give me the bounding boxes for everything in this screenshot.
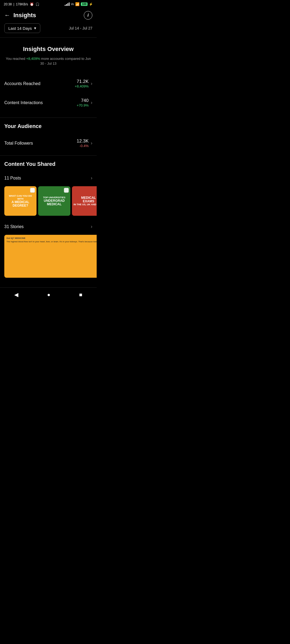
subtitle-suffix: more accounts compared to Jun 30 - Jul 1…: [40, 57, 91, 65]
info-icon: i: [88, 13, 89, 18]
back-nav-button[interactable]: ◀: [14, 291, 18, 298]
content-interactions-chevron: ›: [91, 100, 92, 105]
info-button[interactable]: i: [84, 11, 92, 20]
content-interactions-row[interactable]: Content Interactions 740 +70.9% ›: [0, 93, 97, 112]
date-filter-dropdown[interactable]: Last 14 Days ▾: [4, 23, 40, 33]
content-interactions-value: 740: [77, 98, 89, 103]
story-1-header: Got IQ? MEDICINE: [6, 237, 97, 239]
post-card-1[interactable]: WHAT CAN YOU DOWITHA MEDICALDEGREE?: [4, 186, 37, 216]
posts-chevron-icon: ›: [91, 175, 92, 181]
chevron-down-icon: ▾: [34, 26, 36, 31]
post-card-2[interactable]: TOP UNIVERSITIESUNDERGRADMEDICAL: [38, 186, 70, 216]
accounts-reached-section: Accounts Reached 71.2K +8,409% › Content…: [0, 71, 97, 118]
page-title: Insights: [13, 12, 36, 19]
select-checkbox-2[interactable]: [64, 188, 69, 193]
content-shared-section: Content You Shared 11 Posts › WHAT CAN Y…: [0, 156, 97, 285]
total-followers-row[interactable]: Total Followers 12.3K -0.4% ›: [0, 134, 97, 153]
accounts-reached-right: 71.2K +8,409% ›: [75, 79, 92, 88]
posts-row[interactable]: 11 Posts ›: [0, 171, 97, 185]
alarm-icon: ⏰: [30, 2, 34, 6]
overview-title: Insights Overview: [4, 46, 92, 53]
home-nav-button[interactable]: ●: [47, 292, 50, 298]
content-shared-heading: Content You Shared: [0, 161, 97, 171]
back-button[interactable]: ←: [4, 12, 10, 19]
subtitle-prefix: You reached: [6, 57, 26, 61]
post-card-3[interactable]: MEDICALEXAMSIN THE US, UK AND INDIA: [72, 186, 97, 216]
bottom-nav: ◀ ● ■: [0, 287, 97, 300]
header: ← Insights i: [0, 8, 97, 23]
date-range-label: Jul 14 - Jul 27: [69, 26, 92, 30]
wifi-icon: 📶: [75, 2, 79, 6]
recents-nav-button[interactable]: ■: [79, 292, 82, 298]
accounts-reached-label: Accounts Reached: [4, 81, 40, 86]
volte-icon: Vo: [71, 3, 74, 6]
stories-count-label: 31 Stories: [4, 224, 24, 229]
total-followers-chevron: ›: [91, 140, 92, 146]
status-right: Vo 📶 100 ⚡: [65, 2, 93, 6]
accounts-reached-values: 71.2K +8,409%: [75, 79, 89, 88]
battery-icon: 100: [81, 2, 88, 6]
content-interactions-label: Content Interactions: [4, 100, 43, 105]
audience-section: Your Audience Total Followers 12.3K -0.4…: [0, 118, 97, 155]
content-interactions-change: +70.9%: [77, 103, 89, 107]
total-followers-change: -0.4%: [77, 144, 89, 148]
content-interactions-right: 740 +70.9% ›: [77, 98, 92, 107]
overview-subtitle: You reached +8,409% more accounts compar…: [4, 56, 92, 66]
accounts-reached-change: +8,409%: [75, 84, 89, 88]
accounts-reached-chevron: ›: [91, 81, 92, 86]
date-filter-label: Last 14 Days: [8, 26, 32, 31]
signal-icon: [65, 2, 70, 6]
status-left: 20:38 | 178KB/s ⏰ 🎧: [4, 2, 39, 6]
date-filter-row: Last 14 Days ▾ Jul 14 - Jul 27: [0, 23, 97, 37]
accounts-reached-row[interactable]: Accounts Reached 71.2K +8,409% ›: [0, 74, 97, 93]
network-info: 178KB/s: [16, 2, 28, 6]
charging-icon: ⚡: [89, 2, 93, 6]
overview-section: Insights Overview You reached +8,409% mo…: [0, 38, 97, 71]
headphone-icon: 🎧: [35, 2, 39, 6]
posts-scroll[interactable]: WHAT CAN YOU DOWITHA MEDICALDEGREE? TOP …: [0, 185, 97, 220]
stories-row[interactable]: 31 Stories ›: [0, 220, 97, 233]
highlight-value: +8,409%: [26, 57, 40, 61]
story-card-1[interactable]: Got IQ? MEDICINE The highest blood flow …: [4, 235, 97, 278]
total-followers-label: Total Followers: [4, 141, 33, 146]
accounts-reached-value: 71.2K: [75, 79, 89, 84]
time: 20:38: [4, 2, 12, 6]
story-1-body: The highest blood flow isn't in your hea…: [6, 240, 97, 276]
post-card-2-text: TOP UNIVERSITIESUNDERGRADMEDICAL: [41, 195, 67, 208]
post-card-3-text: MEDICALEXAMSIN THE US, UK AND INDIA: [72, 195, 97, 208]
total-followers-value: 12.3K: [77, 138, 89, 144]
total-followers-values: 12.3K -0.4%: [77, 138, 89, 148]
network-speed: |: [13, 2, 14, 6]
content-interactions-values: 740 +70.9%: [77, 98, 89, 107]
header-left: ← Insights: [4, 12, 36, 19]
status-bar: 20:38 | 178KB/s ⏰ 🎧 Vo 📶 100 ⚡: [0, 0, 97, 8]
total-followers-right: 12.3K -0.4% ›: [77, 138, 92, 148]
audience-heading: Your Audience: [0, 123, 97, 134]
stories-scroll[interactable]: Got IQ? MEDICINE The highest blood flow …: [0, 233, 97, 282]
post-card-1-text: WHAT CAN YOU DOWITHA MEDICALDEGREE?: [7, 193, 34, 209]
stories-chevron-icon: ›: [91, 224, 92, 229]
posts-count-label: 11 Posts: [4, 176, 21, 181]
select-checkbox-1[interactable]: [30, 188, 35, 193]
